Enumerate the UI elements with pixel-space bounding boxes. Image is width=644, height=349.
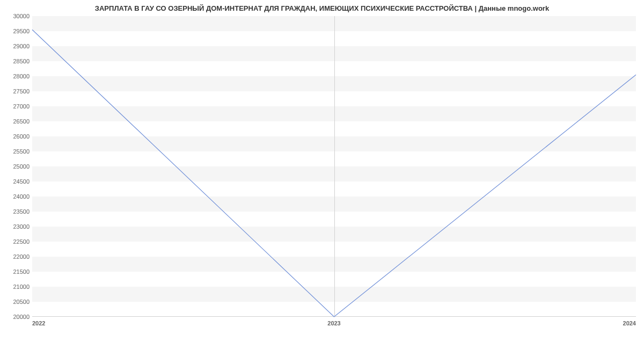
- y-tick-label: 27000: [8, 103, 30, 110]
- y-tick-label: 23000: [8, 223, 30, 230]
- chart-title: ЗАРПЛАТА В ГАУ СО ОЗЕРНЫЙ ДОМ-ИНТЕРНАТ Д…: [0, 4, 644, 12]
- y-tick-label: 21000: [8, 283, 30, 290]
- x-tick-label: 2024: [623, 320, 636, 326]
- y-tick-label: 26500: [8, 118, 30, 125]
- y-tick-label: 30000: [8, 13, 30, 19]
- x-tick-label: 2023: [327, 320, 340, 326]
- y-tick-label: 22500: [8, 238, 30, 245]
- y-tick-label: 25000: [8, 163, 30, 170]
- y-tick-label: 24000: [8, 193, 30, 200]
- y-tick-label: 28000: [8, 73, 30, 79]
- y-tick-label: 25500: [8, 148, 30, 155]
- x-tick-label: 2022: [32, 320, 45, 326]
- y-tick-label: 26000: [8, 133, 30, 140]
- y-tick-label: 20500: [8, 299, 30, 305]
- y-tick-label: 22000: [8, 253, 30, 260]
- y-tick-label: 24500: [8, 178, 30, 185]
- y-tick-label: 28500: [8, 58, 30, 64]
- y-tick-label: 29500: [8, 28, 30, 34]
- plot-area: 2000020500210002150022000225002300023500…: [32, 16, 636, 317]
- y-tick-label: 29000: [8, 43, 30, 49]
- y-tick-label: 21500: [8, 268, 30, 275]
- y-tick-label: 27500: [8, 88, 30, 94]
- y-tick-label: 20000: [8, 314, 30, 320]
- line-series: [32, 16, 636, 317]
- y-tick-label: 23500: [8, 208, 30, 215]
